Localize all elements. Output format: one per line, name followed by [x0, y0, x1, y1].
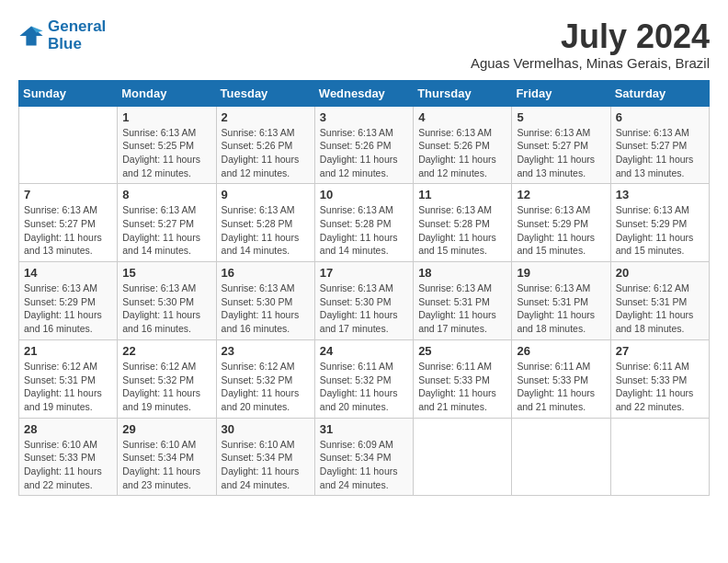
table-row — [19, 106, 118, 184]
day-detail: Sunrise: 6:09 AMSunset: 5:34 PMDaylight:… — [320, 439, 398, 490]
table-row: 27 Sunrise: 6:11 AMSunset: 5:33 PMDaylig… — [610, 339, 709, 418]
table-row: 4 Sunrise: 6:13 AMSunset: 5:26 PMDayligh… — [414, 106, 512, 184]
table-row — [512, 418, 610, 496]
month-title: July 2024 — [471, 18, 710, 55]
table-row: 17 Sunrise: 6:13 AMSunset: 5:30 PMDaylig… — [314, 262, 413, 340]
table-row: 19 Sunrise: 6:13 AMSunset: 5:31 PMDaylig… — [512, 262, 610, 340]
day-detail: Sunrise: 6:12 AMSunset: 5:32 PMDaylight:… — [222, 361, 300, 412]
table-row: 12 Sunrise: 6:13 AMSunset: 5:29 PMDaylig… — [512, 184, 610, 262]
day-number: 24 — [320, 344, 408, 358]
day-number: 17 — [320, 266, 408, 280]
day-detail: Sunrise: 6:13 AMSunset: 5:31 PMDaylight:… — [517, 282, 595, 334]
day-detail: Sunrise: 6:13 AMSunset: 5:26 PMDaylight:… — [222, 127, 300, 178]
table-row — [414, 418, 512, 496]
day-detail: Sunrise: 6:10 AMSunset: 5:34 PMDaylight:… — [122, 439, 200, 490]
day-detail: Sunrise: 6:13 AMSunset: 5:27 PMDaylight:… — [24, 204, 102, 256]
table-row: 24 Sunrise: 6:11 AMSunset: 5:32 PMDaylig… — [314, 339, 413, 418]
day-number: 12 — [517, 188, 605, 201]
day-detail: Sunrise: 6:13 AMSunset: 5:28 PMDaylight:… — [320, 204, 398, 256]
table-row: 14 Sunrise: 6:13 AMSunset: 5:29 PMDaylig… — [19, 262, 118, 340]
page-header: General Blue July 2024 Aguas Vermelhas, … — [18, 18, 710, 71]
day-number: 5 — [517, 110, 605, 124]
day-detail: Sunrise: 6:13 AMSunset: 5:26 PMDaylight:… — [320, 127, 398, 178]
logo-text: General Blue — [48, 18, 106, 52]
table-row: 7 Sunrise: 6:13 AMSunset: 5:27 PMDayligh… — [19, 184, 118, 262]
day-detail: Sunrise: 6:13 AMSunset: 5:25 PMDaylight:… — [122, 127, 200, 178]
day-detail: Sunrise: 6:13 AMSunset: 5:26 PMDaylight:… — [418, 127, 496, 178]
day-number: 8 — [122, 188, 210, 201]
table-row: 3 Sunrise: 6:13 AMSunset: 5:26 PMDayligh… — [314, 106, 413, 184]
location: Aguas Vermelhas, Minas Gerais, Brazil — [471, 55, 710, 71]
calendar-week-1: 1 Sunrise: 6:13 AMSunset: 5:25 PMDayligh… — [19, 106, 710, 184]
header-saturday: Saturday — [610, 80, 709, 106]
calendar-week-3: 14 Sunrise: 6:13 AMSunset: 5:29 PMDaylig… — [19, 262, 710, 340]
day-number: 14 — [24, 266, 112, 280]
table-row: 22 Sunrise: 6:12 AMSunset: 5:32 PMDaylig… — [118, 339, 216, 418]
table-row: 30 Sunrise: 6:10 AMSunset: 5:34 PMDaylig… — [216, 418, 314, 496]
calendar-week-5: 28 Sunrise: 6:10 AMSunset: 5:33 PMDaylig… — [19, 418, 710, 496]
day-detail: Sunrise: 6:13 AMSunset: 5:27 PMDaylight:… — [616, 127, 694, 178]
table-row: 15 Sunrise: 6:13 AMSunset: 5:30 PMDaylig… — [118, 262, 216, 340]
day-number: 20 — [616, 266, 704, 280]
day-number: 23 — [222, 344, 310, 358]
day-detail: Sunrise: 6:12 AMSunset: 5:31 PMDaylight:… — [24, 361, 102, 412]
day-detail: Sunrise: 6:11 AMSunset: 5:33 PMDaylight:… — [418, 361, 496, 412]
day-detail: Sunrise: 6:13 AMSunset: 5:31 PMDaylight:… — [418, 282, 496, 334]
day-number: 6 — [616, 110, 704, 124]
day-number: 18 — [418, 266, 506, 280]
table-row: 21 Sunrise: 6:12 AMSunset: 5:31 PMDaylig… — [19, 339, 118, 418]
day-number: 13 — [616, 188, 704, 201]
calendar-table: Sunday Monday Tuesday Wednesday Thursday… — [18, 80, 710, 497]
day-number: 4 — [418, 110, 506, 124]
day-number: 3 — [320, 110, 408, 124]
svg-marker-0 — [19, 26, 42, 45]
day-detail: Sunrise: 6:13 AMSunset: 5:27 PMDaylight:… — [122, 204, 200, 256]
day-detail: Sunrise: 6:13 AMSunset: 5:28 PMDaylight:… — [222, 204, 300, 256]
table-row: 8 Sunrise: 6:13 AMSunset: 5:27 PMDayligh… — [118, 184, 216, 262]
day-detail: Sunrise: 6:13 AMSunset: 5:27 PMDaylight:… — [517, 127, 595, 178]
table-row — [610, 418, 709, 496]
day-detail: Sunrise: 6:12 AMSunset: 5:32 PMDaylight:… — [122, 361, 200, 412]
table-row: 20 Sunrise: 6:12 AMSunset: 5:31 PMDaylig… — [610, 262, 709, 340]
calendar-week-4: 21 Sunrise: 6:12 AMSunset: 5:31 PMDaylig… — [19, 339, 710, 418]
day-number: 16 — [222, 266, 310, 280]
day-number: 21 — [24, 344, 112, 358]
day-detail: Sunrise: 6:11 AMSunset: 5:32 PMDaylight:… — [320, 361, 398, 412]
header-wednesday: Wednesday — [314, 80, 413, 106]
day-detail: Sunrise: 6:11 AMSunset: 5:33 PMDaylight:… — [517, 361, 595, 412]
table-row: 2 Sunrise: 6:13 AMSunset: 5:26 PMDayligh… — [216, 106, 314, 184]
day-detail: Sunrise: 6:13 AMSunset: 5:29 PMDaylight:… — [616, 204, 694, 256]
day-number: 11 — [418, 188, 506, 201]
table-row: 29 Sunrise: 6:10 AMSunset: 5:34 PMDaylig… — [118, 418, 216, 496]
day-detail: Sunrise: 6:13 AMSunset: 5:29 PMDaylight:… — [24, 282, 102, 334]
table-row: 5 Sunrise: 6:13 AMSunset: 5:27 PMDayligh… — [512, 106, 610, 184]
day-number: 30 — [222, 422, 310, 436]
day-number: 29 — [122, 422, 210, 436]
table-row: 23 Sunrise: 6:12 AMSunset: 5:32 PMDaylig… — [216, 339, 314, 418]
day-number: 31 — [320, 422, 408, 436]
header-friday: Friday — [512, 80, 610, 106]
day-number: 19 — [517, 266, 605, 280]
day-detail: Sunrise: 6:10 AMSunset: 5:33 PMDaylight:… — [24, 439, 102, 490]
logo-icon — [18, 23, 44, 49]
table-row: 16 Sunrise: 6:13 AMSunset: 5:30 PMDaylig… — [216, 262, 314, 340]
calendar-week-2: 7 Sunrise: 6:13 AMSunset: 5:27 PMDayligh… — [19, 184, 710, 262]
day-number: 9 — [222, 188, 310, 201]
table-row: 31 Sunrise: 6:09 AMSunset: 5:34 PMDaylig… — [314, 418, 413, 496]
day-detail: Sunrise: 6:12 AMSunset: 5:31 PMDaylight:… — [616, 282, 694, 334]
day-number: 25 — [418, 344, 506, 358]
day-detail: Sunrise: 6:13 AMSunset: 5:28 PMDaylight:… — [418, 204, 496, 256]
day-number: 10 — [320, 188, 408, 201]
logo: General Blue — [18, 18, 106, 52]
day-number: 26 — [517, 344, 605, 358]
day-detail: Sunrise: 6:13 AMSunset: 5:30 PMDaylight:… — [122, 282, 200, 334]
day-number: 2 — [222, 110, 310, 124]
header-tuesday: Tuesday — [216, 80, 314, 106]
title-block: July 2024 Aguas Vermelhas, Minas Gerais,… — [471, 18, 710, 71]
day-detail: Sunrise: 6:13 AMSunset: 5:30 PMDaylight:… — [222, 282, 300, 334]
header-sunday: Sunday — [19, 80, 118, 106]
table-row: 13 Sunrise: 6:13 AMSunset: 5:29 PMDaylig… — [610, 184, 709, 262]
day-number: 7 — [24, 188, 112, 201]
table-row: 26 Sunrise: 6:11 AMSunset: 5:33 PMDaylig… — [512, 339, 610, 418]
weekday-header-row: Sunday Monday Tuesday Wednesday Thursday… — [19, 80, 710, 106]
